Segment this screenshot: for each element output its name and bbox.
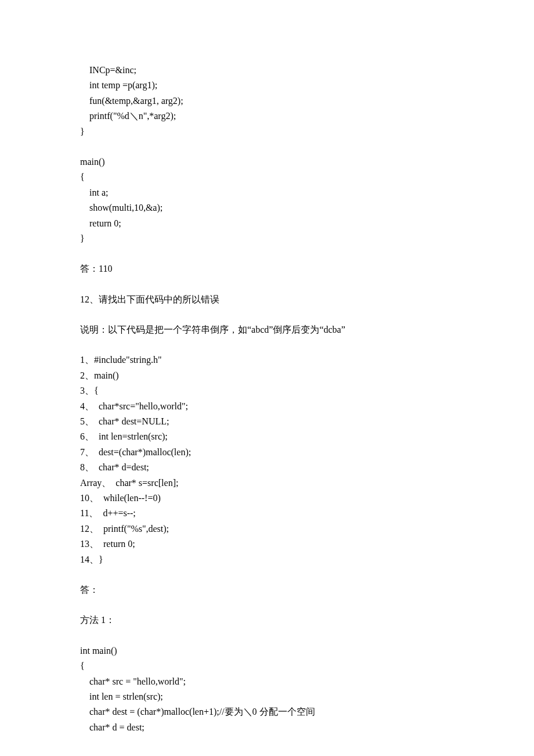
code-block-4: int main() { char* src = "hello,world"; … <box>80 643 454 735</box>
question-description: 说明：以下代码是把一个字符串倒序，如“abcd”倒序后变为“dcba” <box>80 322 454 337</box>
code-line: } <box>80 231 454 246</box>
method-label: 方法 1： <box>80 613 454 628</box>
code-line: int temp =p(arg1); <box>80 78 454 93</box>
text-line: 12、请找出下面代码中的所以错误 <box>80 292 454 307</box>
code-line: 7、 dest=(char*)malloc(len); <box>80 445 454 460</box>
answer-label: 答： <box>80 582 454 597</box>
code-line: 1、#include"string.h" <box>80 352 454 368</box>
code-line: { <box>80 170 454 185</box>
code-line: char* src = "hello,world"; <box>80 674 454 689</box>
code-line: } <box>80 124 454 139</box>
code-line: return 0; <box>80 216 454 231</box>
code-line: 3、{ <box>80 383 454 398</box>
code-line: 10、 while(len--!=0) <box>80 491 454 506</box>
code-line: 8、 char* d=dest; <box>80 460 454 475</box>
answer-line: 答：110 <box>80 261 454 276</box>
text-line: 答： <box>80 582 454 597</box>
code-line: show(multi,10,&a); <box>80 200 454 215</box>
document-page: INCp=&inc; int temp =p(arg1); fun(&temp,… <box>0 0 534 756</box>
code-line: 2、main() <box>80 368 454 383</box>
question-title: 12、请找出下面代码中的所以错误 <box>80 292 454 307</box>
code-line: 6、 int len=strlen(src); <box>80 429 454 444</box>
code-block-3: 1、#include"string.h" 2、main() 3、{ 4、 cha… <box>80 352 454 567</box>
code-line: int len = strlen(src); <box>80 689 454 704</box>
code-line: printf("%d＼n",*arg2); <box>80 109 454 124</box>
code-line: int a; <box>80 185 454 200</box>
code-line: 5、 char* dest=NULL; <box>80 414 454 429</box>
code-line: 14、} <box>80 552 454 567</box>
code-line: main() <box>80 154 454 170</box>
code-line: fun(&temp,&arg1, arg2); <box>80 93 454 109</box>
code-line: Array、 char* s=src[len]; <box>80 476 454 491</box>
code-line: char* dest = (char*)malloc(len+1);//要为＼0… <box>80 704 454 719</box>
code-block-1: INCp=&inc; int temp =p(arg1); fun(&temp,… <box>80 63 454 139</box>
code-line: int main() <box>80 643 454 658</box>
text-line: 说明：以下代码是把一个字符串倒序，如“abcd”倒序后变为“dcba” <box>80 322 454 337</box>
code-line: 4、 char*src="hello,world"; <box>80 399 454 414</box>
text-line: 答：110 <box>80 261 454 276</box>
text-line: 方法 1： <box>80 613 454 628</box>
code-line: char* d = dest; <box>80 720 454 735</box>
code-block-2: main() { int a; show(multi,10,&a); retur… <box>80 154 454 246</box>
code-line: { <box>80 658 454 674</box>
code-line: 12、 printf("%s",dest); <box>80 521 454 537</box>
code-line: 13、 return 0; <box>80 537 454 552</box>
code-line: 11、 d++=s--; <box>80 506 454 521</box>
code-line: INCp=&inc; <box>80 63 454 78</box>
